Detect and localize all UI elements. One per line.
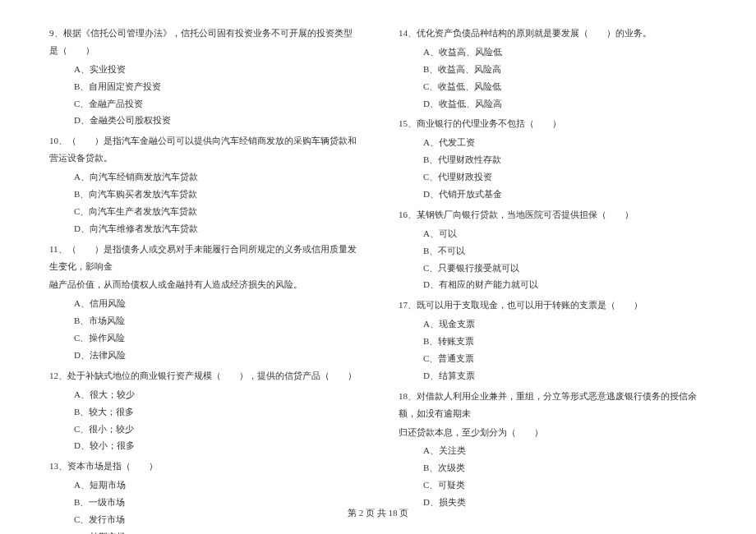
question-11: 11、（ ）是指债务人或交易对手未能履行合同所规定的义务或信用质量发生变化，影响… xyxy=(49,241,357,364)
left-column: 9、根据《信托公司管理办法》，信托公司固有投资业务不可开展的投资类型是（ ） A… xyxy=(49,25,357,485)
question-continuation: 融产品价值，从而给债权人或金融持有人造成经济损失的风险。 xyxy=(49,276,357,293)
option-b: B、自用固定资产投资 xyxy=(49,78,357,95)
question-18: 18、对借款人利用企业兼并，重组，分立等形式恶意逃废银行债务的授信余额，如没有逾… xyxy=(399,388,707,511)
question-text: 13、资本市场是指（ ） xyxy=(49,458,357,475)
option-c: C、普通支票 xyxy=(399,350,707,367)
option-d: D、收益低、风险高 xyxy=(399,95,707,113)
option-b: B、向汽车购买者发放汽车贷款 xyxy=(49,186,357,203)
question-13: 13、资本市场是指（ ） A、短期市场 B、一级市场 C、发行市场 D、长期市场 xyxy=(49,458,357,534)
option-c: C、可疑类 xyxy=(399,476,707,494)
option-c: C、只要银行接受就可以 xyxy=(399,260,707,277)
question-text: 17、既可以用于支取现金，也可以用于转账的支票是（ ） xyxy=(399,297,707,314)
option-a: A、实业投资 xyxy=(49,61,357,78)
question-17: 17、既可以用于支取现金，也可以用于转账的支票是（ ） A、现金支票 B、转账支… xyxy=(399,297,707,384)
option-d: D、金融类公司股权投资 xyxy=(49,112,357,129)
option-a: A、关注类 xyxy=(399,442,707,459)
question-text: 11、（ ）是指债务人或交易对手未能履行合同所规定的义务或信用质量发生变化，影响… xyxy=(49,241,357,275)
option-c: C、收益低、风险低 xyxy=(399,78,707,95)
option-d: D、代销开放式基金 xyxy=(399,186,707,203)
option-b: B、市场风险 xyxy=(49,312,357,329)
option-c: C、代理财政投资 xyxy=(399,168,707,186)
option-d: D、向汽车维修者发放汽车贷款 xyxy=(49,220,357,237)
option-a: A、收益高、风险低 xyxy=(399,44,707,61)
option-b: B、代理财政性存款 xyxy=(399,151,707,168)
question-text: 16、某钢铁厂向银行贷款，当地医院可否提供担保（ ） xyxy=(399,206,707,223)
option-c: C、金融产品投资 xyxy=(49,95,357,113)
option-a: A、很大；较少 xyxy=(49,386,357,403)
question-16: 16、某钢铁厂向银行贷款，当地医院可否提供担保（ ） A、可以 B、不可以 C、… xyxy=(399,206,707,293)
question-text: 9、根据《信托公司管理办法》，信托公司固有投资业务不可开展的投资类型是（ ） xyxy=(49,25,357,59)
option-a: A、短期市场 xyxy=(49,476,357,494)
question-text: 15、商业银行的代理业务不包括（ ） xyxy=(399,115,707,132)
option-c: C、向汽车生产者发放汽车贷款 xyxy=(49,203,357,220)
question-9: 9、根据《信托公司管理办法》，信托公司固有投资业务不可开展的投资类型是（ ） A… xyxy=(49,25,357,129)
question-12: 12、处于补缺式地位的商业银行资产规模（ ），提供的信贷产品（ ） A、很大；较… xyxy=(49,367,357,454)
option-b: B、次级类 xyxy=(399,459,707,476)
option-a: A、可以 xyxy=(399,225,707,242)
option-a: A、信用风险 xyxy=(49,295,357,312)
question-continuation: 归还贷款本息，至少划分为（ ） xyxy=(399,424,707,441)
question-14: 14、优化资产负债品种结构的原则就是要发展（ ）的业务。 A、收益高、风险低 B… xyxy=(399,25,707,112)
question-10: 10、（ ）是指汽车金融公司可以提供向汽车经销商发放的采购车辆贷款和营运设备贷款… xyxy=(49,132,357,237)
option-a: A、向汽车经销商发放汽车贷款 xyxy=(49,168,357,186)
option-d: D、长期市场 xyxy=(49,528,357,534)
option-b: B、较大；很多 xyxy=(49,403,357,421)
option-a: A、代发工资 xyxy=(399,134,707,151)
option-b: B、收益高、风险高 xyxy=(399,61,707,78)
option-c: C、很小；较少 xyxy=(49,421,357,438)
page-content: 9、根据《信托公司管理办法》，信托公司固有投资业务不可开展的投资类型是（ ） A… xyxy=(49,25,707,485)
question-text: 18、对借款人利用企业兼并，重组，分立等形式恶意逃废银行债务的授信余额，如没有逾… xyxy=(399,388,707,422)
option-d: D、结算支票 xyxy=(399,367,707,384)
option-d: D、有相应的财产能力就可以 xyxy=(399,276,707,293)
option-a: A、现金支票 xyxy=(399,315,707,333)
question-text: 10、（ ）是指汽车金融公司可以提供向汽车经销商发放的采购车辆贷款和营运设备贷款… xyxy=(49,132,357,167)
right-column: 14、优化资产负债品种结构的原则就是要发展（ ）的业务。 A、收益高、风险低 B… xyxy=(399,25,707,485)
option-b: B、转账支票 xyxy=(399,333,707,350)
option-c: C、操作风险 xyxy=(49,329,357,347)
question-text: 12、处于补缺式地位的商业银行资产规模（ ），提供的信贷产品（ ） xyxy=(49,367,357,384)
option-d: D、较小；很多 xyxy=(49,437,357,454)
question-text: 14、优化资产负债品种结构的原则就是要发展（ ）的业务。 xyxy=(399,25,707,42)
page-footer: 第 2 页 共 18 页 xyxy=(0,507,756,519)
option-b: B、不可以 xyxy=(399,242,707,260)
option-d: D、法律风险 xyxy=(49,347,357,364)
question-15: 15、商业银行的代理业务不包括（ ） A、代发工资 B、代理财政性存款 C、代理… xyxy=(399,115,707,202)
